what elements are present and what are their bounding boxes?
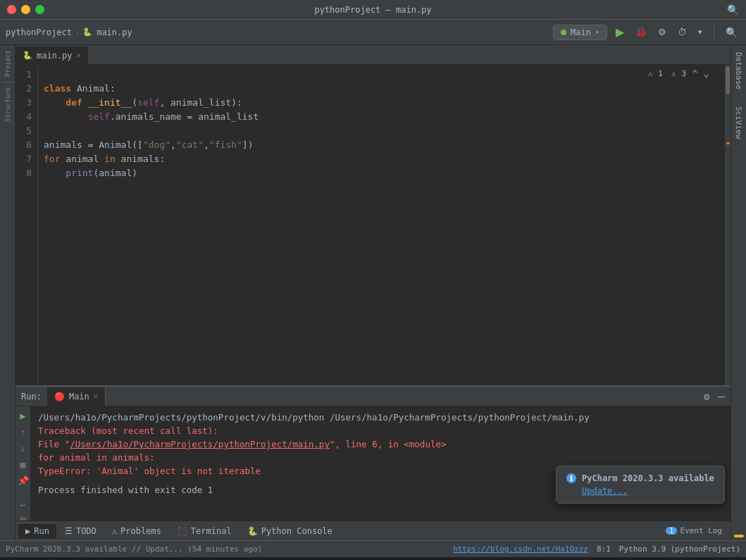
sidebar-item-sciview[interactable]: SciView xyxy=(733,102,745,143)
expand-icon[interactable]: ⌃ xyxy=(692,68,697,79)
debug-button[interactable]: 🐞 xyxy=(633,25,649,39)
warning-icon: ⚠ xyxy=(648,69,653,78)
sidebar-item-structure[interactable]: Structure xyxy=(2,85,13,124)
breadcrumb: pythonProject › 🐍 main.py xyxy=(6,27,132,37)
file-tab-main-py[interactable]: 🐍 main.py × xyxy=(15,46,89,64)
run-status-indicator xyxy=(561,30,566,35)
line-number: 2 xyxy=(18,82,32,96)
close-tab-button[interactable]: × xyxy=(77,51,81,59)
sidebar-item-project[interactable]: Project xyxy=(2,48,13,79)
breadcrumb-project[interactable]: pythonProject xyxy=(6,27,72,37)
file-tab-label: main.py xyxy=(37,51,73,61)
window-title: pythonProject – main.py xyxy=(314,5,431,15)
python-file-icon: 🐍 xyxy=(23,51,32,60)
scroll-up-icon[interactable]: ↑ xyxy=(19,425,27,439)
tab-python-console-label: Python Console xyxy=(261,526,332,536)
event-log-area[interactable]: 1 Event Log xyxy=(666,526,728,535)
notification-title: PyCharm 2020.3.3 available xyxy=(582,473,714,483)
stop-icon[interactable]: ■ xyxy=(19,458,27,471)
run-config-label: Main xyxy=(571,27,591,37)
collapse-icon[interactable]: ⌄ xyxy=(704,68,709,79)
info-icon: ℹ xyxy=(566,473,576,483)
line-number: 4 xyxy=(18,110,32,124)
right-sidebar: Database SciView xyxy=(731,45,746,540)
event-log-label: Event Log xyxy=(680,526,722,535)
event-log-badge: 1 xyxy=(666,527,677,535)
search-everywhere-button[interactable]: 🔍 xyxy=(723,25,740,39)
csdn-link[interactable]: https://blog.csdn.net/Ha1Ozzz xyxy=(453,545,588,554)
titlebar: pythonProject – main.py 🔍 xyxy=(0,0,746,20)
cursor-position[interactable]: 8:1 xyxy=(597,545,611,554)
run-tab-label: Main xyxy=(69,392,89,402)
error-icon: ⚠ xyxy=(671,69,676,78)
line-number: 1 xyxy=(18,68,32,82)
output-line: Traceback (most recent call last): xyxy=(38,424,723,437)
play-icon[interactable]: ▶ xyxy=(19,409,27,423)
scroll-down-icon[interactable]: ↓ xyxy=(19,442,27,455)
pin-icon[interactable]: 📌 xyxy=(16,474,30,487)
run-configuration[interactable]: Main ▾ xyxy=(553,25,607,40)
tab-terminal[interactable]: ⬛ Terminal xyxy=(170,523,239,539)
tab-terminal-label: Terminal xyxy=(191,526,232,536)
editor-body: ⚠ 1 ⚠ 3 ⌃ ⌄ 1 2 3 4 5 6 7 8 class Animal… xyxy=(15,65,731,385)
tab-python-console[interactable]: 🐍 Python Console xyxy=(240,523,340,539)
notification-update-link[interactable]: Update... xyxy=(566,486,714,496)
tab-run-label: Run xyxy=(34,526,49,536)
close-button[interactable] xyxy=(7,5,16,14)
breadcrumb-file[interactable]: main.py xyxy=(97,27,132,37)
run-button[interactable]: ▶ xyxy=(613,24,627,40)
run-left-tools: ▶ ↑ ↓ ■ 📌 ↵ 🗑 xyxy=(15,406,31,521)
chevron-down-icon: ▾ xyxy=(595,28,599,36)
profile-button[interactable]: ⏱ xyxy=(675,25,690,39)
error-marker xyxy=(726,142,730,144)
settings-icon[interactable]: ⚙ xyxy=(704,391,709,402)
status-right: https://blog.csdn.net/Ha1Ozzz 8:1 Python… xyxy=(453,545,740,554)
filter-icon[interactable]: 🗑 xyxy=(17,514,29,521)
titlebar-right: 🔍 xyxy=(727,4,739,15)
todo-icon: ☰ xyxy=(65,526,73,536)
scroll-thumb[interactable] xyxy=(726,66,730,94)
tab-run[interactable]: ▶ Run xyxy=(18,523,56,539)
status-bar: PyCharm 2020.3.3 available // Updat... (… xyxy=(0,540,746,557)
coverage-button[interactable]: ⚙ xyxy=(655,25,669,39)
notification-popup: ℹ PyCharm 2020.3.3 available Update... xyxy=(556,466,725,504)
terminal-icon: ⬛ xyxy=(177,526,187,536)
wrap-icon[interactable]: ↵ xyxy=(19,497,27,511)
line-number: 8 xyxy=(18,166,32,180)
output-line: /Users/ha1o/PycharmProjects/pythonProjec… xyxy=(38,411,723,424)
top-toolbar: pythonProject › 🐍 main.py Main ▾ ▶ 🐞 ⚙ ⏱… xyxy=(0,20,746,45)
maximize-button[interactable] xyxy=(35,5,44,14)
tab-problems[interactable]: ⚠ Problems xyxy=(105,523,168,539)
minimize-button[interactable] xyxy=(21,5,30,14)
close-panel-button[interactable]: — xyxy=(718,390,725,403)
output-line: File "/Users/ha1o/PycharmProjects/python… xyxy=(38,437,723,451)
line-number: 5 xyxy=(18,124,32,138)
status-left: PyCharm 2020.3.3 available // Updat... (… xyxy=(6,545,262,554)
tab-problems-label: Problems xyxy=(120,526,161,536)
code-editor[interactable]: class Animal: def __init__(self, animal_… xyxy=(38,65,725,385)
file-tabs: 🐍 main.py × xyxy=(15,45,731,65)
close-run-tab[interactable]: × xyxy=(94,392,98,400)
bottom-tabs: ▶ Run ☰ TODO ⚠ Problems ⬛ Terminal 🐍 xyxy=(15,521,731,540)
warning-count: 1 xyxy=(658,69,663,78)
file-icon: 🐍 xyxy=(82,27,92,37)
run-tab-icon: 🔴 xyxy=(54,392,65,402)
python-version[interactable]: Python 3.9 (pythonProject) xyxy=(619,545,740,554)
run-label: Run: xyxy=(21,392,42,402)
line-number: 3 xyxy=(18,96,32,110)
line-number: 6 xyxy=(18,138,32,152)
notification-header: ℹ PyCharm 2020.3.3 available xyxy=(566,473,714,483)
tab-todo[interactable]: ☰ TODO xyxy=(58,523,104,539)
line-number: 7 xyxy=(18,152,32,166)
vertical-scrollbar[interactable] xyxy=(725,65,731,385)
search-icon[interactable]: 🔍 xyxy=(727,4,739,15)
window-controls xyxy=(7,5,44,14)
output-line: for animal in animals: xyxy=(38,451,723,464)
info-symbol: ℹ xyxy=(570,475,573,483)
sidebar-item-database[interactable]: Database xyxy=(733,48,745,94)
run-tab-main[interactable]: 🔴 Main × xyxy=(47,387,106,406)
tab-todo-label: TODO xyxy=(76,526,97,536)
file-link[interactable]: /Users/ha1o/PycharmProjects/pythonProjec… xyxy=(70,439,330,449)
more-run-options[interactable]: ▾ xyxy=(695,26,705,38)
error-count: 3 xyxy=(682,69,687,78)
